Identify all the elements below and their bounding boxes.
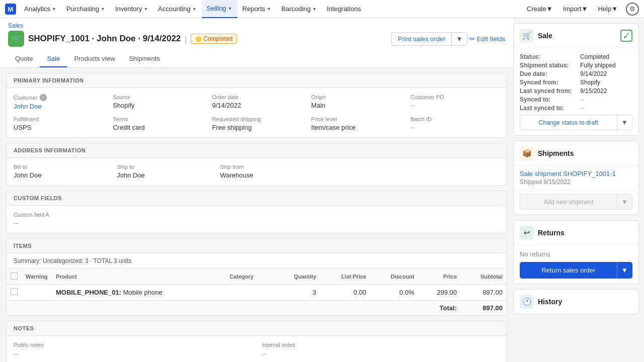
tab-sale[interactable]: Sale <box>40 51 67 67</box>
total-label: Total: <box>419 301 461 316</box>
col-warning: Warning <box>22 269 52 285</box>
breadcrumb[interactable]: Sales <box>8 22 505 29</box>
top-nav: M Analytics▼ Purchasing▼ Inventory▼ Acco… <box>0 0 644 18</box>
price-level-label: Price level <box>311 116 400 122</box>
items-summary: Summary: Uncategorized: 3 · TOTAL 3 unit… <box>7 253 507 269</box>
row-product: MOBILE_PHONE_01: Mobile phone <box>52 285 225 301</box>
nav-create-button[interactable]: Create▼ <box>522 0 558 18</box>
notes-header: NOTES <box>7 321 507 336</box>
ship-to-label: Ship to <box>117 164 210 170</box>
source-value: Shopify <box>113 102 202 109</box>
row-category <box>225 285 274 301</box>
sale-status-key: Status: <box>520 53 580 60</box>
table-header-row: Warning Product Category Quantity List P… <box>7 269 507 285</box>
synced-from-row: Synced from: Shopify <box>520 79 632 86</box>
chevron-down-icon: ▼ <box>52 7 56 12</box>
add-shipment-button[interactable]: Add new shipment <box>520 195 617 209</box>
shipments-card-header: 📦 Shipments <box>514 141 638 166</box>
tab-shipments[interactable]: Shipments <box>122 51 167 67</box>
nav-item-purchasing[interactable]: Purchasing▼ <box>61 0 110 18</box>
chevron-down-icon: ▼ <box>267 7 271 12</box>
nav-help-button[interactable]: Help▼ <box>593 0 623 18</box>
price-level-value: Item/case price <box>311 124 400 131</box>
returns-card: ↩ Returns No returns Return sales order … <box>513 220 639 284</box>
last-synced-from-key: Last synced from: <box>520 87 580 95</box>
settings-icon[interactable]: ⚙ <box>626 3 639 16</box>
chevron-down-icon: ▼ <box>546 5 553 13</box>
shipments-card: 📦 Shipments Sale shipment SHOPIFY_1001-1… <box>513 141 639 215</box>
address-info-body: Bill to John Doe Ship to John Doe Ship f… <box>7 158 507 185</box>
custom-field-a-value: -- <box>14 219 500 227</box>
tab-products-view[interactable]: Products view <box>67 51 122 67</box>
sale-card-title: 🛒 Sale <box>520 29 552 43</box>
history-title: History <box>538 298 562 306</box>
customer-po-label: Customer PO <box>411 94 500 100</box>
public-notes-label: Public notes <box>14 342 252 348</box>
col-discount: Discount <box>370 269 419 285</box>
nav-item-integrations[interactable]: Integrations <box>321 0 366 18</box>
add-shipment-dropdown-arrow[interactable]: ▼ <box>617 195 632 209</box>
nav-item-analytics[interactable]: Analytics▼ <box>19 0 61 18</box>
print-sales-order-button[interactable]: Print sales order <box>392 33 452 45</box>
synced-to-row: Synced to: -- <box>520 96 632 103</box>
edit-fields-button[interactable]: ✏ Edit fields <box>469 35 505 43</box>
nav-import-button[interactable]: Import▼ <box>558 0 593 18</box>
customer-label: Customer i <box>14 94 103 101</box>
nav-item-reports[interactable]: Reports▼ <box>237 0 276 18</box>
table-row: MOBILE_PHONE_01: Mobile phone 3 0.00 0.0… <box>7 285 507 301</box>
return-dropdown-arrow[interactable]: ▼ <box>617 262 632 278</box>
row-checkbox[interactable] <box>7 285 22 301</box>
nav-logo[interactable]: M <box>5 4 16 15</box>
origin-label: Origin <box>311 94 400 100</box>
svg-text:M: M <box>8 6 14 13</box>
items-section: ITEMS Summary: Uncategorized: 3 · TOTAL … <box>6 238 507 316</box>
last-synced-to-key: Last synced to: <box>520 105 580 112</box>
order-date-field: Order date 9/14/2022 <box>212 94 311 110</box>
internal-notes-value: -- <box>262 350 500 357</box>
shipment-status-key: Shipment status: <box>520 62 580 69</box>
nav-item-barcoding[interactable]: Barcoding▼ <box>276 0 321 18</box>
returns-title: Returns <box>538 229 565 237</box>
last-synced-from-row: Last synced from: 9/15/2022 <box>520 87 632 95</box>
custom-fields-section: CUSTOM FIELDS Custom field A -- <box>6 191 507 233</box>
print-dropdown-arrow[interactable]: ▼ <box>451 33 466 45</box>
synced-from-key: Synced from: <box>520 79 580 86</box>
table-total-row: Total: 897.00 <box>7 301 507 316</box>
product-code: MOBILE_PHONE_01: <box>56 289 121 296</box>
product-name: Mobile phone <box>123 289 163 296</box>
return-sales-order-button[interactable]: Return sales order <box>520 262 617 278</box>
customer-po-field: Customer PO -- <box>411 94 500 110</box>
order-date-label: Order date <box>212 94 301 100</box>
tabs: Quote Sale Products view Shipments <box>8 51 505 67</box>
print-sales-order-group: Print sales order ▼ <box>391 32 467 46</box>
returns-card-body: No returns Return sales order ▼ <box>514 245 638 284</box>
ship-from-field: Ship from Warehouse <box>220 164 313 179</box>
tab-quote[interactable]: Quote <box>8 51 40 67</box>
col-product: Product <box>52 269 225 285</box>
public-notes-field: Public notes -- <box>14 342 252 357</box>
nav-item-accounting[interactable]: Accounting▼ <box>153 0 201 18</box>
main-layout: Sales 🛒 SHOPIFY_1001 · John Doe · 9/14/2… <box>0 18 644 362</box>
change-status-button[interactable]: Change status to draft <box>520 116 617 130</box>
header-checkbox[interactable] <box>11 273 18 280</box>
chevron-down-icon: ▼ <box>228 6 232 11</box>
change-status-dropdown-arrow[interactable]: ▼ <box>617 115 632 130</box>
row-list-price: 0.00 <box>320 285 370 301</box>
main-panel: Sales 🛒 SHOPIFY_1001 · John Doe · 9/14/2… <box>0 18 513 362</box>
origin-value: Main <box>311 102 400 109</box>
chevron-down-icon: ▼ <box>143 7 148 12</box>
shipment-link[interactable]: Sale shipment SHOPIFY_1001-1 <box>520 170 632 177</box>
right-sidebar: 🛒 Sale ✓ Status: Completed Shipment stat… <box>513 18 644 362</box>
batch-id-field: Batch ID -- <box>411 116 500 131</box>
col-subtotal: Subtotal <box>461 269 507 285</box>
nav-item-selling[interactable]: Selling▼ <box>202 0 237 18</box>
synced-to-val: -- <box>580 96 584 103</box>
last-synced-from-val: 9/15/2022 <box>580 87 607 95</box>
nav-item-inventory[interactable]: Inventory▼ <box>110 0 153 18</box>
page-title-row: 🛒 SHOPIFY_1001 · John Doe · 9/14/2022 | … <box>8 31 505 47</box>
customer-value[interactable]: John Doe <box>14 103 103 110</box>
custom-fields-body: Custom field A -- <box>7 206 507 233</box>
change-status-group: Change status to draft ▼ <box>520 115 632 130</box>
internal-notes-label: Internal notes <box>262 342 500 348</box>
info-icon[interactable]: i <box>40 94 47 101</box>
